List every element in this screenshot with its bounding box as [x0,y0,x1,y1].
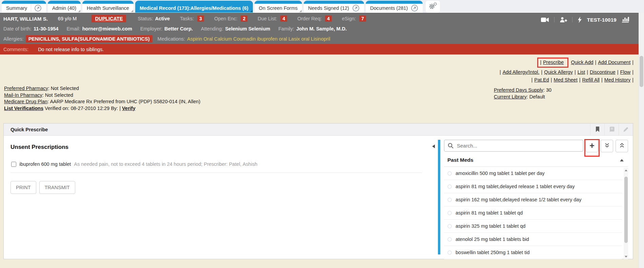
medication-link[interactable]: Lisinopril [311,36,330,42]
tasks-badge[interactable]: 3 [197,16,204,22]
person-add-icon[interactable] [560,17,567,23]
refill-all-link[interactable]: Refill All [582,77,600,83]
bar-chart-icon[interactable] [622,17,629,23]
open-enc-counter[interactable]: Open Enc: 2 [214,16,247,22]
medication-link[interactable]: ibuprofen oral [257,36,288,42]
settings-gear-button[interactable] [426,1,440,13]
medication-link[interactable]: Aspirin Oral [187,36,214,42]
order-req-counter[interactable]: Order Req: 4 [297,16,332,22]
medication-link[interactable]: Calcium [214,36,233,42]
tab-needs-signed[interactable]: Needs Signed (12) [304,1,364,13]
list-item[interactable]: aspirin 162 mg tablet,delayed release 1/… [444,193,622,206]
quick-add-link[interactable]: Quick Add [571,60,593,65]
med-radio[interactable] [447,198,452,202]
medication-link[interactable]: Lasix oral [288,36,311,42]
allergy-alert[interactable]: PENICILLINS, SULFA(SULFONAMIDE ANTIBIOTI… [26,35,153,43]
current-library-link[interactable]: Current Library [494,94,527,99]
med-radio[interactable] [447,211,452,215]
add-document-link[interactable]: Add Document [598,60,630,65]
list-scrollbar[interactable] [624,168,628,259]
preferred-days-supply-row: Preferred Days Supply: 30 [494,87,551,94]
list-item[interactable]: boswellin tablet 250mg 1 tablet tid [444,246,622,259]
caret-up-icon[interactable] [620,159,624,162]
med-radio[interactable] [447,171,452,176]
esign-counter[interactable]: eSign: 7 [342,16,366,22]
list-verifications-link[interactable]: List Verifications [4,106,43,111]
add-allergy-link[interactable]: Add Allergy/Intol. [503,69,540,75]
tab-on-screen-forms[interactable]: On Screen Forms [255,1,302,13]
icon-divider [572,17,572,22]
tab-documents[interactable]: Documents (281) [366,1,423,13]
medicare-drug-plan-link[interactable]: Medicare Drug Plan [4,99,47,104]
scroll-up-icon[interactable] [625,170,627,171]
scrollbar-thumb[interactable] [624,177,628,243]
mail-in-pharmacy-link[interactable]: Mail-In Pharmacy [4,92,42,98]
list-item[interactable]: atenolol 25 mg tablet 1 tablets bid [444,233,622,246]
book-icon[interactable] [604,124,619,135]
scroll-down-icon[interactable] [625,256,627,258]
med-radio[interactable] [447,250,452,255]
collapse-panel-button[interactable] [431,140,436,254]
mail-in-pharmacy-row: Mail-In Pharmacy: Not Selected [4,92,200,99]
action-links-row-3: Pat.EdMed SheetRefill AllMed History [499,76,634,83]
med-sheet-link[interactable]: Med Sheet [554,77,578,83]
discontinue-link[interactable]: Discontinue [590,69,616,75]
gears-icon [428,2,437,12]
collapse-all-button[interactable] [616,140,628,152]
list-item[interactable]: amoxicillin 500 mg tablet 1 tablet per d… [444,167,622,180]
verify-link[interactable]: Verify [122,106,136,111]
list-verifications-row: List Verifications Verified on: 08-27-20… [4,105,200,112]
due-list-counter[interactable]: Due List: 4 [258,16,287,22]
quick-prescribe-panel: Quick Prescribe Unsent Prescriptions ibu… [3,123,633,259]
medicare-drug-plan-row: Medicare Drug Plan: AARP Medicare Rx Pre… [4,98,200,105]
list-item[interactable]: aspirin 81 mg tablet 1 tablet qd [444,206,622,220]
lightning-bolt-icon[interactable] [578,17,582,23]
prescription-checkbox[interactable] [11,162,16,167]
add-med-button[interactable]: + [586,140,598,152]
bookmark-icon[interactable] [590,124,604,135]
tab-bar: Summary Admin (40) Health Surveillance M… [0,0,644,13]
med-history-link[interactable]: Med History [604,77,630,83]
esign-badge[interactable]: 7 [359,16,366,22]
due-list-badge[interactable]: 4 [280,16,287,22]
med-search-input[interactable] [444,140,583,152]
tasks-counter[interactable]: Tasks: 3 [180,16,204,22]
medication-link[interactable]: Coumadin [233,36,257,42]
page-scrollbar-thumb[interactable] [640,56,643,87]
comments-text: Do not release info to siblings. [38,47,104,52]
list-item[interactable]: aspirin 325 mg tablet 1 tablet qd [444,220,622,233]
header-icon-group: TEST-10019 [541,15,629,25]
list-link[interactable]: List [578,69,585,75]
tab-health-surveillance[interactable]: Health Surveillance [82,1,134,13]
external-link-icon[interactable] [411,4,418,12]
list-item[interactable]: aspirin 81 mg tablet,delayed release 1 t… [444,180,622,193]
quick-allergy-link[interactable]: Quick Allergy [544,69,573,75]
video-camera-icon[interactable] [541,17,549,22]
print-button[interactable]: PRINT [11,181,36,194]
prescribe-link[interactable]: Prescribe [543,60,564,65]
flow-link[interactable]: Flow [620,69,631,75]
external-link-icon[interactable] [34,4,42,12]
preferred-pharmacy-link[interactable]: Preferred Pharmacy [4,86,48,91]
pat-ed-link[interactable]: Pat.Ed [534,77,549,83]
tab-admin[interactable]: Admin (40) [48,1,81,13]
employer-value: Better Corp. [164,26,193,31]
pencil-icon[interactable] [619,124,633,135]
med-radio[interactable] [447,237,452,242]
transmit-button[interactable]: TRANSMIT [39,181,75,194]
tab-medical-record[interactable]: Medical Record (173):Allergies/Medicatio… [135,1,253,13]
page-scrollbar[interactable] [639,13,644,268]
tab-summary[interactable]: Summary [2,1,46,13]
open-enc-badge[interactable]: 2 [241,16,247,22]
med-search-main: + Past Meds [444,140,628,254]
med-radio[interactable] [447,184,452,189]
med-radio[interactable] [447,224,452,228]
past-meds-header[interactable]: Past Meds [444,152,628,167]
panel-header: Quick Prescribe [4,124,633,136]
external-link-icon[interactable] [352,4,360,12]
tab-divider [31,4,31,12]
duplicate-flag[interactable]: DUPLICATE [92,15,126,22]
preferred-days-supply-link[interactable]: Preferred Days Supply [494,87,543,93]
order-req-badge[interactable]: 4 [325,16,332,22]
expand-all-button[interactable] [601,140,613,152]
